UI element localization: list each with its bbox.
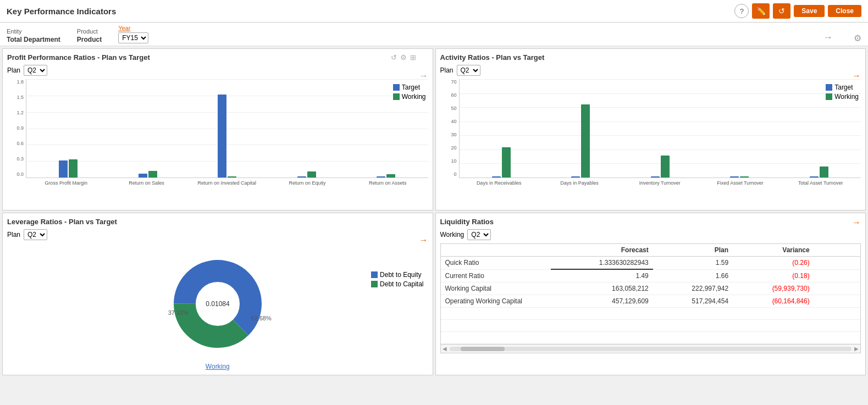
bar-fat-working	[740, 176, 749, 177]
axlabel-it: Inventory Turnover	[620, 178, 700, 206]
row-wc-variance: (59,939,730)	[733, 282, 814, 295]
profit-plan-label: Plan	[7, 66, 20, 74]
header-actions: ? ✏️ ↺ Save Close	[734, 3, 861, 19]
y-tick-4: 1.2	[7, 110, 26, 115]
axlabel-dip: Days in Payables	[539, 178, 620, 206]
bar-col-gpm	[29, 159, 108, 177]
profit-plan-row: Plan Q2Q1Q3Q4	[7, 65, 428, 76]
aleg-target-box	[826, 84, 832, 91]
row-cr-variance: (0.18)	[733, 269, 814, 282]
row-wc-e3	[845, 282, 860, 295]
leverage-panel: Leverage Ratios - Plan vs Target Plan Q2…	[2, 213, 433, 375]
ay-tick-5: 50	[440, 106, 459, 111]
bar-col-roe	[267, 171, 347, 177]
lleg-dte-box	[371, 271, 378, 278]
main-content: Profit Performance Ratios - Plan vs Targ…	[0, 46, 868, 378]
scroll-thumb[interactable]	[461, 347, 505, 351]
help-button[interactable]: ?	[734, 4, 749, 18]
xlabel-gpm: Gross Profit Margin	[26, 178, 106, 206]
refresh-button[interactable]: ↺	[773, 3, 790, 19]
close-button[interactable]: Close	[828, 5, 861, 17]
bar-dip-working	[581, 104, 590, 177]
entity-value: Total Department	[7, 36, 60, 43]
nav-arrow-right[interactable]: →	[823, 32, 833, 43]
y-tick-6: 1.8	[7, 79, 26, 85]
row-qr-forecast: 1.333630282943	[551, 257, 653, 270]
legend-target-box	[393, 84, 400, 91]
bar-it-working	[661, 156, 670, 177]
profit-settings-icon[interactable]: ⚙	[400, 53, 407, 62]
liquidity-scrollbar[interactable]: ◀ ▶	[440, 345, 861, 353]
year-select[interactable]: FY15 FY14 FY13	[118, 32, 148, 43]
row-cr-e1	[814, 269, 830, 282]
ay-tick-7: 70	[440, 79, 459, 85]
leverage-legend: Debt to Equity Debt to Capital	[371, 271, 423, 288]
profit-legend: Target Working	[393, 84, 426, 101]
bar-col-dip	[541, 104, 621, 177]
settings-icon[interactable]: ⚙	[854, 33, 861, 43]
bar-it-target	[651, 176, 660, 177]
bar-roa-working	[386, 174, 395, 177]
row-qr-e1	[814, 257, 830, 270]
row-owc-label: Operating Working Capital	[441, 295, 551, 308]
scroll-track[interactable]	[450, 347, 852, 351]
leverage-plan-label: Plan	[7, 231, 20, 238]
bar-col-dir	[462, 147, 541, 177]
row-owc-forecast: 457,129,609	[551, 295, 653, 308]
row-wc-e1	[814, 282, 830, 295]
edit-button[interactable]: ✏️	[752, 3, 770, 19]
row-qr-plan: 1.59	[653, 257, 733, 270]
table-row-empty1	[441, 308, 861, 320]
bar-roe-target	[297, 176, 306, 177]
entity-filter: Entity Total Department	[7, 28, 60, 43]
leverage-working-link[interactable]: Working	[206, 363, 230, 370]
th-plan: Plan	[653, 244, 733, 257]
donut-label-pct2: 37.32%	[168, 309, 189, 316]
save-button[interactable]: Save	[794, 5, 825, 17]
table-row-qr: Quick Ratio 1.333630282943 1.59 (0.26)	[441, 257, 861, 270]
profit-panel: Profit Performance Ratios - Plan vs Targ…	[2, 48, 433, 210]
bar-tat-working	[820, 167, 828, 177]
ay-tick-4: 40	[440, 119, 459, 124]
ay-tick-6: 60	[440, 92, 459, 98]
activity-legend: Target Working	[826, 84, 859, 101]
th-label	[441, 244, 551, 257]
bar-ros-working	[148, 171, 157, 177]
ay-tick-0: 0	[440, 171, 459, 177]
row-qr-e3	[845, 257, 860, 270]
scroll-right-arrow[interactable]: ▶	[853, 346, 860, 352]
product-value: Product	[77, 36, 102, 43]
th-extra3	[845, 244, 860, 257]
aleg-target-label: Target	[834, 84, 853, 91]
header-bar: Key Performance Indicators ? ✏️ ↺ Save C…	[0, 0, 868, 23]
bar-roe-working	[307, 171, 316, 177]
liquidity-arrow[interactable]: →	[852, 218, 861, 228]
profit-refresh-icon[interactable]: ↺	[391, 53, 397, 62]
th-variance: Variance	[733, 244, 814, 257]
lleg-dte-label: Debt to Equity	[380, 271, 421, 279]
ay-tick-2: 20	[440, 145, 459, 151]
ay-tick-3: 30	[440, 132, 459, 137]
scroll-left-arrow[interactable]: ◀	[441, 346, 449, 352]
bar-col-tat	[779, 167, 859, 177]
leverage-plan-select[interactable]: Q2Q1Q3Q4	[24, 229, 47, 240]
profit-plan-select[interactable]: Q2Q1Q3Q4	[24, 65, 47, 76]
liquidity-table: Forecast Plan Variance Quick Ratio 1.333…	[441, 244, 861, 344]
page-title: Key Performance Indicators	[7, 7, 116, 16]
table-row-empty3	[441, 332, 861, 344]
table-row-owc: Operating Working Capital 457,129,609 51…	[441, 295, 861, 308]
product-label: Product	[77, 28, 102, 35]
row-owc-e1	[814, 295, 830, 308]
row-owc-e3	[845, 295, 860, 308]
liquidity-panel-title: Liquidity Ratios	[440, 218, 861, 226]
ay-tick-1: 10	[440, 158, 459, 164]
activity-plan-select[interactable]: Q2Q1Q3Q4	[457, 65, 480, 76]
axlabel-fat: Fixed Asset Turnover	[700, 178, 780, 206]
row-cr-e3	[845, 269, 860, 282]
bar-col-ros	[108, 171, 188, 177]
profit-expand-icon[interactable]: ⊞	[410, 53, 416, 62]
bar-gpm-working	[69, 159, 78, 177]
row-wc-e2	[830, 282, 845, 295]
liquidity-working-select[interactable]: Q2Q1Q3Q4	[467, 229, 491, 240]
liquidity-working-row: Working Q2Q1Q3Q4	[440, 229, 861, 240]
